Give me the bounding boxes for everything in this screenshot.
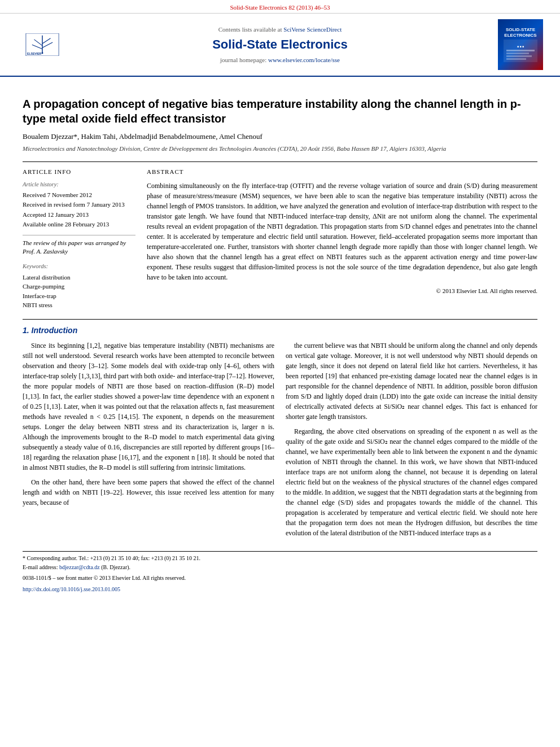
- revised-date: Received in revised form 7 January 2013: [23, 200, 135, 209]
- article-info-column: ARTICLE INFO Article history: Received 7…: [23, 168, 135, 311]
- accepted-date: Accepted 12 January 2013: [23, 211, 135, 219]
- footnote-area: * Corresponding author. Tel.: +213 (0) 2…: [23, 551, 537, 593]
- journal-header-center: Contents lists available at SciVerse Sci…: [73, 25, 487, 65]
- sciverse-link: Contents lists available at SciVerse Sci…: [73, 25, 487, 34]
- intro-body: Since its beginning [1,2], negative bias…: [23, 340, 537, 543]
- intro-para-1: Since its beginning [1,2], negative bias…: [23, 340, 274, 473]
- intro-para-3: the current believe was that NBTI should…: [286, 340, 537, 422]
- email-footnote: E-mail address: bdjezzar@cdta.dz (B. Dje…: [23, 563, 537, 571]
- intro-col-right: the current believe was that NBTI should…: [286, 340, 537, 543]
- article-info-abstract-section: ARTICLE INFO Article history: Received 7…: [23, 161, 537, 311]
- abstract-heading: ABSTRACT: [147, 168, 537, 176]
- email-link[interactable]: bdjezzar@cdta.dz: [59, 564, 100, 570]
- elsevier-tree-icon: ELSEVIER: [25, 33, 59, 56]
- main-content: A propagation concept of negative bias t…: [0, 77, 560, 605]
- received-date: Received 7 November 2012: [23, 191, 135, 199]
- article-info-heading: ARTICLE INFO: [23, 168, 135, 176]
- corresponding-footnote: * Corresponding author. Tel.: +213 (0) 2…: [23, 554, 537, 562]
- introduction-section: 1. Introduction Since its beginning [1,2…: [23, 319, 537, 543]
- elsevier-logo-area: ELSEVIER: [17, 29, 73, 60]
- cover-illustration: ■ ■ ■: [504, 40, 537, 62]
- sciverse-anchor[interactable]: SciVerse ScienceDirect: [283, 26, 342, 33]
- issn-line: 0038-1101/$ – see front matter © 2013 El…: [23, 574, 537, 582]
- svg-point-6: [42, 53, 43, 54]
- keywords-label: Keywords:: [23, 263, 135, 271]
- journal-url[interactable]: www.elsevier.com/locate/sse: [268, 56, 340, 63]
- email-label: E-mail address:: [23, 564, 58, 570]
- journal-citation: Solid-State Electronics 82 (2013) 46–53: [230, 4, 330, 11]
- copyright: © 2013 Elsevier Ltd. All rights reserved…: [147, 287, 537, 295]
- keyword-1: Lateral distribution: [23, 273, 135, 282]
- article-affiliation: Microelectronics and Nanotechnology Divi…: [23, 145, 537, 153]
- authors-text: Boualem Djezzar*, Hakim Tahi, Abdelmadji…: [23, 132, 262, 141]
- reviewer-note: The review of this paper was arranged by…: [23, 235, 135, 256]
- journal-cover-area: SOLID-STATE ELECTRONICS ■ ■ ■: [487, 19, 543, 70]
- svg-rect-13: [506, 58, 526, 60]
- intro-para-2: On the other hand, there have been some …: [23, 477, 274, 508]
- abstract-column: ABSTRACT Combining simultaneously on the…: [147, 168, 537, 311]
- journal-cover: SOLID-STATE ELECTRONICS ■ ■ ■: [498, 19, 543, 70]
- journal-citation-bar: Solid-State Electronics 82 (2013) 46–53: [0, 0, 560, 14]
- intro-col-left: Since its beginning [1,2], negative bias…: [23, 340, 274, 543]
- svg-rect-11: [506, 53, 529, 54]
- intro-title: 1. Introduction: [23, 325, 537, 337]
- available-date: Available online 28 February 2013: [23, 220, 135, 229]
- svg-rect-10: [506, 50, 535, 51]
- intro-para-4: Regarding, the above cited observations …: [286, 426, 537, 538]
- abstract-text: Combining simultaneously on the fly inte…: [147, 181, 537, 282]
- keyword-3: Interface-trap: [23, 292, 135, 300]
- email-name: (B. Djezzar).: [101, 564, 130, 570]
- article-title: A propagation concept of negative bias t…: [23, 97, 537, 126]
- history-label: Article history:: [23, 181, 135, 189]
- doi-line: http://dx.doi.org/10.1016/j.sse.2013.01.…: [23, 586, 537, 593]
- keyword-2: Charge-pumping: [23, 282, 135, 291]
- svg-text:ELSEVIER: ELSEVIER: [27, 52, 41, 55]
- journal-title: Solid-State Electronics: [73, 36, 487, 54]
- elsevier-logo: ELSEVIER: [17, 29, 68, 60]
- svg-text:■ ■ ■: ■ ■ ■: [517, 45, 524, 48]
- keyword-4: NBTI stress: [23, 301, 135, 309]
- article-authors: Boualem Djezzar*, Hakim Tahi, Abdelmadji…: [23, 132, 537, 142]
- journal-homepage: journal homepage: www.elsevier.com/locat…: [73, 56, 487, 64]
- sciverse-text: Contents lists available at: [218, 26, 282, 33]
- journal-header: ELSEVIER Contents lists available at Sci…: [0, 14, 560, 77]
- svg-rect-12: [506, 55, 532, 57]
- doi-link[interactable]: http://dx.doi.org/10.1016/j.sse.2013.01.…: [23, 586, 120, 592]
